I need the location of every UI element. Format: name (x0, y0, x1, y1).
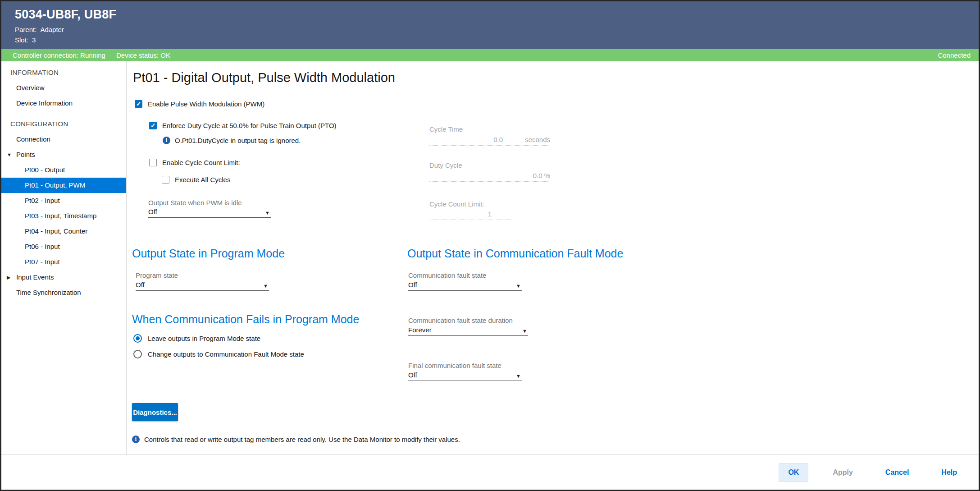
device-title: 5034-UB8F, UB8F (15, 8, 979, 22)
execute-all-row: Execute All Cycles (162, 176, 230, 184)
idle-state-value: Off (148, 208, 265, 216)
info-icon: i (163, 137, 170, 144)
connection-state: Connected (938, 51, 971, 59)
main-panel: Pt01 - Digital Output, Pulse Width Modul… (127, 61, 979, 454)
window-header: 5034-UB8F, UB8F Parent:Adapter Slot:3 (1, 1, 979, 49)
comm-fault-state-value: Off (408, 281, 516, 289)
sidebar-item-pt07-input[interactable]: Pt07 - Input (1, 254, 126, 270)
leave-outputs-radio[interactable] (133, 334, 142, 343)
enable-pwm-row: Enable Pulse Width Modulation (PWM) (135, 100, 264, 108)
cycle-count-limit-value: 1 (429, 210, 514, 218)
final-comm-fault-state-label: Final communication fault state (408, 362, 501, 369)
change-outputs-label: Change outputs to Communication Fault Mo… (148, 350, 304, 358)
sidebar-item-points[interactable]: ▼Points (1, 147, 126, 162)
cycle-time-unit: seconds (503, 136, 550, 143)
nav-section-configuration: CONFIGURATION (1, 116, 126, 132)
page-title: Pt01 - Digital Output, Pulse Width Modul… (133, 70, 395, 85)
leave-outputs-label: Leave outputs in Program Mode state (148, 335, 260, 342)
sidebar-item-connection[interactable]: Connection (1, 132, 126, 147)
read-only-note-row: i Controls that read or write output tag… (132, 436, 460, 443)
info-icon: i (132, 436, 140, 443)
comm-fails-heading: When Communication Fails in Program Mode (132, 313, 359, 326)
enable-pwm-label: Enable Pulse Width Modulation (PWM) (148, 100, 264, 108)
cycle-time-value: 0.0 (429, 136, 503, 143)
parent-line: Parent:Adapter (15, 26, 979, 33)
cycle-count-limit-label: Cycle Count Limit: (429, 200, 484, 208)
enable-cycle-count-label: Enable Cycle Count Limit: (162, 159, 240, 166)
dropdown-arrow-icon: ▼ (522, 328, 528, 334)
cancel-button[interactable]: Cancel (877, 463, 917, 482)
comm-fault-duration-value: Forever (408, 326, 522, 334)
parent-value: Adapter (40, 26, 64, 33)
slot-value: 3 (32, 36, 36, 44)
sidebar-item-device-information[interactable]: Device Information (1, 96, 126, 111)
program-state-label: Program state (136, 271, 178, 279)
change-outputs-option: Change outputs to Communication Fault Mo… (133, 350, 304, 358)
enable-cycle-count-row: Enable Cycle Count Limit: (149, 159, 240, 166)
duty-cycle-label: Duty Cycle (429, 161, 462, 169)
help-button[interactable]: Help (933, 463, 965, 482)
chevron-down-icon[interactable]: ▼ (7, 147, 12, 162)
duty-cycle-value: 0.0 % (429, 172, 550, 179)
read-only-note-text: Controls that read or write output tag m… (144, 436, 460, 443)
comm-fault-state-dropdown[interactable]: Off ▼ (408, 281, 522, 291)
status-bar: Controller connection: Running Device st… (1, 49, 979, 61)
slot-line: Slot:3 (15, 36, 979, 44)
final-comm-fault-state-value: Off (408, 371, 516, 379)
program-state-value: Off (136, 281, 263, 289)
ok-button[interactable]: OK (779, 463, 808, 482)
enforce-duty-row: Enforce Duty Cycle at 50.0% for Pulse Tr… (149, 122, 337, 129)
sidebar-item-pt00-output[interactable]: Pt00 - Output (1, 162, 126, 178)
cycle-time-field: 0.0 seconds (429, 136, 550, 146)
comm-fault-duration-label: Communication fault state duration (408, 317, 513, 324)
navigation-sidebar: INFORMATION Overview Device Information … (1, 61, 127, 454)
enforce-note-text: O.Pt01.DutyCycle in output tag is ignore… (175, 137, 301, 144)
execute-all-label: Execute All Cycles (175, 176, 230, 184)
final-comm-fault-state-dropdown[interactable]: Off ▼ (408, 371, 522, 381)
chevron-right-icon[interactable]: ▶ (7, 270, 10, 285)
sidebar-item-input-events[interactable]: ▶Input Events (1, 270, 126, 285)
change-outputs-radio[interactable] (133, 350, 142, 358)
comm-fault-state-label: Communication fault state (408, 271, 486, 279)
sidebar-item-overview[interactable]: Overview (1, 80, 126, 96)
nav-section-information: INFORMATION (1, 65, 126, 80)
idle-state-label: Output State when PWM is idle (148, 199, 242, 206)
program-mode-heading: Output State in Program Mode (132, 247, 285, 260)
cycle-count-limit-field: 1 (429, 210, 514, 220)
sidebar-item-pt03-input-timestamp[interactable]: Pt03 - Input, Timestamp (1, 208, 126, 224)
controller-connection-status: Controller connection: Running (13, 51, 105, 59)
sidebar-item-pt02-input[interactable]: Pt02 - Input (1, 193, 126, 208)
enforce-duty-label: Enforce Duty Cycle at 50.0% for Pulse Tr… (162, 122, 337, 129)
duty-cycle-field: 0.0 % (429, 172, 550, 182)
dropdown-arrow-icon: ▼ (265, 210, 271, 216)
enforce-note-row: i O.Pt01.DutyCycle in output tag is igno… (163, 137, 301, 144)
parent-label: Parent: (15, 26, 36, 33)
diagnostics-button[interactable]: Diagnostics... (132, 403, 178, 421)
enable-cycle-count-checkbox[interactable] (149, 159, 157, 166)
dropdown-arrow-icon: ▼ (516, 283, 522, 289)
leave-outputs-option: Leave outputs in Program Mode state (133, 334, 260, 343)
enforce-duty-checkbox[interactable] (149, 122, 157, 129)
program-state-dropdown[interactable]: Off ▼ (136, 281, 269, 291)
device-status: Device status: OK (116, 51, 170, 59)
sidebar-item-pt01-output-pwm[interactable]: Pt01 - Output, PWM (1, 178, 126, 193)
dialog-footer: OK Apply Cancel Help (1, 454, 979, 490)
cycle-time-label: Cycle Time (429, 125, 463, 133)
apply-button[interactable]: Apply (825, 463, 861, 482)
device-profile-window: 5034-UB8F, UB8F Parent:Adapter Slot:3 Co… (0, 0, 980, 491)
enable-pwm-checkbox[interactable] (135, 100, 142, 108)
sidebar-item-pt06-input[interactable]: Pt06 - Input (1, 239, 126, 254)
slot-label: Slot: (15, 36, 28, 44)
sidebar-item-pt04-input-counter[interactable]: Pt04 - Input, Counter (1, 224, 126, 239)
execute-all-checkbox[interactable] (162, 176, 169, 184)
sidebar-item-time-synchronization[interactable]: Time Synchronization (1, 285, 126, 300)
idle-state-dropdown[interactable]: Off ▼ (148, 208, 271, 218)
dropdown-arrow-icon: ▼ (516, 373, 522, 379)
dropdown-arrow-icon: ▼ (263, 283, 269, 289)
comm-fault-duration-dropdown[interactable]: Forever ▼ (408, 326, 528, 336)
comm-fault-mode-heading: Output State in Communication Fault Mode (407, 247, 623, 260)
